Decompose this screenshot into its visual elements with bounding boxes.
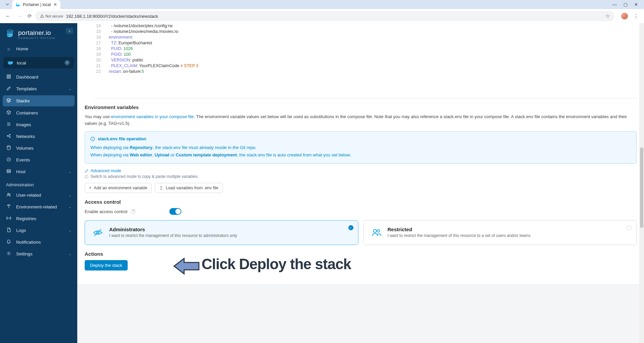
sidebar-item-registries[interactable]: Registries	[0, 213, 77, 225]
sidebar-item-notifications[interactable]: Notifications	[0, 236, 77, 248]
chevron-down-icon: ⌄	[69, 87, 71, 91]
gear-icon	[6, 251, 11, 257]
radio-empty-icon	[627, 225, 632, 230]
actions-heading: Actions	[85, 251, 637, 257]
info-icon	[90, 137, 95, 141]
browser-toolbar: ← → ⟳ Not secure 192.168.1.18:9000/#!/2/…	[0, 9, 644, 23]
svg-point-23	[7, 146, 10, 147]
svg-rect-26	[7, 172, 11, 173]
chevron-down-icon: ⌄	[69, 229, 71, 232]
file-icon	[6, 228, 11, 233]
load-env-file-button[interactable]: Load variables from .env file	[155, 183, 222, 193]
add-env-var-button[interactable]: + Add an environment variable	[85, 183, 152, 193]
clock-icon	[6, 157, 11, 163]
profile-avatar[interactable]	[621, 13, 628, 19]
sidebar-item-user-related[interactable]: User-related⌄	[0, 189, 77, 201]
svg-point-41	[377, 230, 380, 232]
advanced-mode-hint: Switch to advanced mode to copy & paste …	[85, 174, 637, 179]
warning-icon	[40, 14, 44, 18]
help-icon[interactable]: ?	[131, 209, 136, 214]
close-window-button[interactable]: ✕	[634, 2, 638, 7]
sidebar-item-networks[interactable]: Networks	[0, 131, 77, 142]
env-selector[interactable]: local ✕	[3, 57, 74, 68]
info-small-icon	[85, 175, 88, 179]
sidebar: portainer.io COMMUNITY EDITION « ⌂ Home …	[0, 23, 77, 343]
sidebar-item-stacks[interactable]: Stacks	[3, 95, 75, 106]
advanced-mode-link[interactable]: Advanced mode	[85, 168, 637, 173]
reload-button[interactable]: ⟳	[28, 13, 32, 19]
close-tab-icon[interactable]: ✕	[53, 2, 57, 7]
svg-point-34	[92, 138, 93, 138]
logo-subtitle: COMMUNITY EDITION	[18, 37, 55, 39]
security-indicator[interactable]: Not secure	[40, 14, 63, 18]
scrollbar-thumb[interactable]	[640, 147, 643, 228]
eye-off-icon	[92, 227, 104, 239]
plus-icon: +	[89, 186, 91, 190]
access-control-heading: Access control	[85, 199, 637, 205]
check-badge-icon: ✓	[348, 225, 353, 230]
sidebar-collapse-button[interactable]: «	[66, 28, 73, 34]
browser-tab-strip: Portainer | local ✕ — ▢ ✕	[0, 0, 644, 9]
sidebar-item-events[interactable]: Events	[0, 154, 77, 166]
browser-menu-icon[interactable]: ⋮	[633, 13, 639, 19]
env-vars-help: You may use environment variables in you…	[85, 113, 637, 127]
access-control-toggle[interactable]	[169, 208, 181, 215]
sidebar-item-environment-related[interactable]: Environment-related⌄	[0, 201, 77, 213]
tutorial-annotation: Click Deploy the stack	[202, 256, 351, 273]
sidebar-item-logs[interactable]: Logs⌄	[0, 225, 77, 236]
tab-title: Portainer | local	[23, 2, 51, 7]
sidebar-item-settings[interactable]: Settings⌄	[0, 248, 77, 260]
edit-icon	[85, 169, 89, 173]
db-icon	[6, 145, 11, 151]
radio-icon	[6, 216, 11, 222]
svg-point-30	[8, 218, 9, 218]
svg-line-22	[8, 136, 10, 137]
url-text: 192.168.1.18:9000/#!/2/docker/stacks/new…	[66, 14, 158, 19]
svg-point-10	[9, 62, 9, 63]
svg-rect-25	[7, 169, 11, 171]
docker-whale-icon	[7, 60, 13, 65]
svg-point-9	[8, 35, 9, 35]
access-admins-card[interactable]: Administrators I want to restrict the ma…	[85, 220, 358, 245]
sidebar-item-templates[interactable]: Templates⌄	[0, 83, 77, 95]
chevron-down-icon: ⌄	[69, 193, 71, 197]
env-vars-doc-link[interactable]: environment variables in your compose fi…	[111, 114, 194, 119]
home-icon: ⌂	[6, 46, 11, 51]
access-restricted-card[interactable]: Restricted I want to restrict the manage…	[363, 220, 637, 245]
sidebar-home[interactable]: ⌂ Home	[0, 43, 77, 54]
sidebar-item-host[interactable]: Host⌄	[0, 166, 77, 178]
scrollbar-track[interactable]	[639, 23, 644, 343]
admin-section-title: Administration	[0, 178, 77, 189]
sidebar-item-images[interactable]: Images	[0, 119, 77, 131]
yaml-editor[interactable]: 141516171819202122 - /volume1/docker/ple…	[94, 23, 638, 98]
list-icon	[6, 122, 11, 128]
sidebar-item-dashboard[interactable]: Dashboard	[0, 71, 77, 83]
svg-rect-11	[7, 75, 8, 76]
bookmark-star-icon[interactable]: ☆	[605, 13, 610, 19]
stack-env-info: stack.env file operation When deploying …	[85, 131, 637, 164]
arrow-left-icon	[173, 257, 200, 275]
server-icon	[6, 169, 11, 175]
back-button[interactable]: ←	[5, 13, 11, 19]
grid-icon	[6, 74, 11, 80]
share-icon	[6, 134, 11, 139]
portainer-logo-icon	[5, 29, 15, 39]
env-close-icon[interactable]: ✕	[65, 60, 70, 65]
deploy-stack-button[interactable]: Deploy the stack	[85, 260, 128, 271]
svg-rect-12	[9, 75, 10, 76]
code-content[interactable]: - /volume1/docker/plex:/config:rw - /vol…	[104, 23, 638, 75]
maximize-button[interactable]: ▢	[624, 2, 628, 7]
users-icon	[6, 192, 11, 198]
env-label: local	[17, 60, 26, 65]
address-bar[interactable]: Not secure 192.168.1.18:9000/#!/2/docker…	[35, 11, 614, 21]
sidebar-item-volumes[interactable]: Volumes	[0, 142, 77, 154]
box-icon	[6, 110, 11, 116]
svg-line-21	[8, 135, 10, 136]
sidebar-header: portainer.io COMMUNITY EDITION «	[0, 23, 77, 43]
tab-list-dropdown[interactable]	[4, 1, 10, 7]
minimize-button[interactable]: —	[612, 2, 617, 7]
browser-tab[interactable]: Portainer | local ✕	[12, 0, 60, 9]
forward-button[interactable]: →	[17, 13, 22, 19]
layers-icon	[6, 98, 11, 104]
sidebar-item-containers[interactable]: Containers	[0, 107, 77, 119]
